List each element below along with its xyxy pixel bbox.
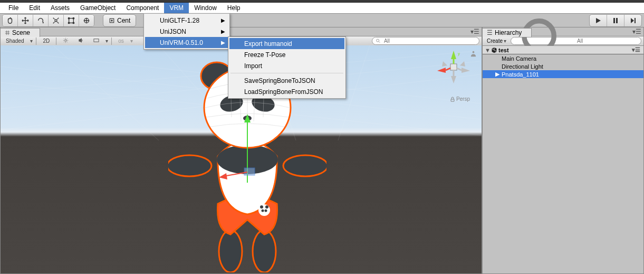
menu-item-save-springbone[interactable]: SaveSpringBoneToJSON (229, 75, 344, 86)
menu-help[interactable]: Help (222, 3, 246, 13)
svg-rect-10 (616, 18, 618, 23)
hierarchy-list[interactable]: ▼ test ▾☰ Main Camera Directional Light … (483, 46, 643, 273)
svg-rect-0 (55, 20, 57, 22)
menu-vrm[interactable]: VRM (164, 3, 189, 13)
svg-point-37 (473, 51, 475, 53)
sun-icon (63, 37, 69, 43)
hierarchy-tab[interactable]: ☰ Hierarchy (482, 28, 532, 37)
rect-tool[interactable] (64, 15, 79, 26)
svg-rect-56 (244, 168, 255, 175)
hierarchy-item[interactable]: Main Camera (483, 54, 643, 62)
scene-search-input[interactable] (383, 37, 476, 44)
svg-point-40 (219, 230, 242, 272)
menu-window[interactable]: Window (189, 3, 222, 13)
menu-file[interactable]: File (3, 3, 24, 13)
fx-icon (93, 37, 99, 43)
hierarchy-options-icon[interactable]: ▾☰ (632, 28, 643, 35)
menu-assets[interactable]: Assets (45, 3, 75, 13)
play-controls (589, 14, 642, 27)
svg-rect-25 (450, 64, 457, 70)
hierarchy-item-label: Pnatsda_1101 (502, 71, 539, 78)
audio-toggle[interactable] (75, 37, 87, 44)
svg-point-5 (73, 22, 74, 24)
vrm-dropdown-menu: UniGLTF-1.28▶ UniJSON▶ UniVRM-0.51.0▶ (143, 13, 230, 50)
hierarchy-root-label: test (498, 47, 509, 53)
svg-point-52 (262, 210, 264, 212)
svg-marker-33 (451, 76, 456, 83)
pivot-center-toggle[interactable]: Cent (103, 14, 136, 27)
perspective-label[interactable]: Persp (450, 96, 470, 102)
unity-logo-icon (491, 47, 497, 53)
svg-marker-31 (462, 68, 470, 73)
hierarchy-panel: ☰ Hierarchy ▾☰ Create▾ ▼ test ▾☰ (482, 27, 644, 274)
svg-point-8 (111, 20, 112, 21)
svg-marker-35 (460, 61, 465, 67)
svg-point-14 (377, 39, 379, 42)
hierarchy-item-label: Main Camera (502, 55, 536, 62)
move-icon (22, 17, 29, 24)
shading-mode-dropdown[interactable]: Shaded (3, 38, 27, 44)
menu-item-freeze-tpose[interactable]: Freeze T-Pose (229, 49, 344, 60)
svg-point-50 (260, 205, 263, 209)
svg-point-4 (68, 22, 70, 24)
step-button[interactable] (624, 15, 641, 26)
univrm-submenu: Export humanoid Freeze T-Pose Import Sav… (228, 36, 346, 99)
svg-point-2 (68, 17, 70, 19)
menu-item-unijson[interactable]: UniJSON▶ (145, 26, 228, 37)
gizmos-dropdown[interactable]: os (115, 38, 127, 44)
orientation-gizmo[interactable]: y (435, 49, 472, 86)
audio-icon (78, 37, 84, 43)
fx-toggle[interactable] (90, 37, 102, 44)
svg-marker-36 (442, 61, 447, 67)
search-icon (376, 38, 381, 44)
menu-gameobject[interactable]: GameObject (75, 3, 121, 13)
collab-icon[interactable] (469, 50, 477, 58)
svg-point-3 (73, 17, 74, 19)
play-icon (595, 17, 601, 24)
svg-rect-11 (635, 18, 636, 23)
menu-item-univrm[interactable]: UniVRM-0.51.0▶ (145, 37, 228, 48)
menu-component[interactable]: Component (121, 3, 164, 13)
svg-point-39 (283, 155, 326, 176)
mode-2d-toggle[interactable]: 2D (40, 38, 53, 44)
menu-item-import[interactable]: Import (229, 60, 344, 71)
hierarchy-item[interactable]: Directional Light (483, 62, 643, 70)
persp-lock-icon (450, 97, 455, 102)
move-tool[interactable] (18, 15, 33, 26)
scene-options-icon[interactable]: ▾☰ (632, 46, 643, 53)
hierarchy-search-input[interactable] (576, 37, 638, 44)
svg-point-51 (265, 205, 268, 209)
menu-item-unigltf[interactable]: UniGLTF-1.28▶ (145, 15, 228, 26)
rotate-tool[interactable] (33, 15, 49, 26)
svg-rect-13 (94, 39, 99, 42)
hierarchy-scene-root[interactable]: ▼ test ▾☰ (483, 46, 643, 54)
create-dropdown[interactable]: Create▾ (485, 38, 508, 44)
transform-tool-group (2, 14, 94, 27)
menu-edit[interactable]: Edit (24, 3, 45, 13)
submenu-arrow-icon: ▶ (221, 29, 225, 34)
scene-search[interactable] (372, 37, 479, 45)
panel-options-icon[interactable]: ▾☰ (470, 28, 482, 35)
unified-tool[interactable] (79, 15, 94, 26)
hand-tool[interactable] (3, 15, 18, 26)
pause-button[interactable] (607, 15, 624, 26)
svg-line-21 (53, 45, 159, 140)
submenu-arrow-icon: ▶ (221, 17, 225, 23)
hierarchy-item-selected[interactable]: ▶ Pnatsda_1101 (483, 70, 643, 78)
hierarchy-search[interactable] (511, 37, 641, 45)
svg-point-53 (265, 210, 267, 212)
submenu-arrow-icon: ▶ (221, 40, 225, 45)
play-button[interactable] (590, 15, 607, 26)
scene-tab[interactable]: Scene (0, 28, 40, 37)
svg-line-32 (457, 68, 462, 70)
svg-line-30 (446, 68, 450, 70)
svg-point-49 (258, 204, 270, 216)
svg-text:y: y (458, 51, 460, 56)
scale-tool[interactable] (49, 15, 64, 26)
menu-item-load-springbone[interactable]: LoadSpringBoneFromJSON (229, 86, 344, 97)
hand-icon (6, 17, 14, 24)
lighting-toggle[interactable] (60, 37, 72, 44)
menu-item-export-humanoid[interactable]: Export humanoid (229, 38, 344, 49)
step-icon (630, 17, 636, 24)
pause-icon (612, 17, 619, 24)
